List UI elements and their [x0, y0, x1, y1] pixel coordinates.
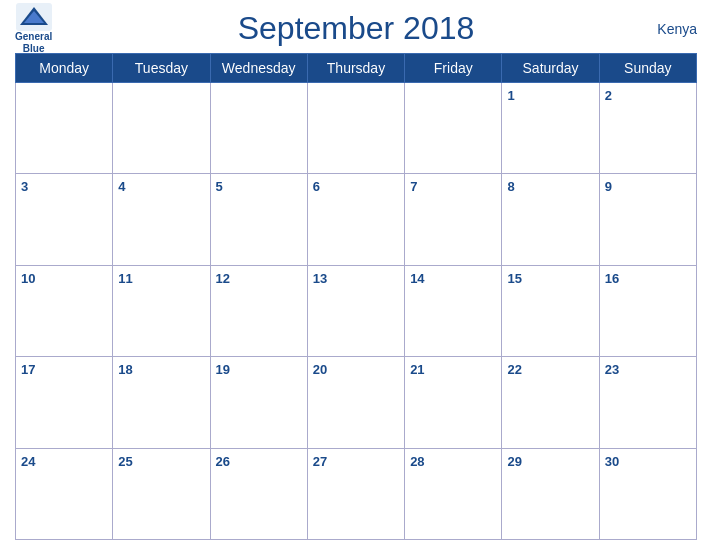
- calendar-cell: 14: [405, 265, 502, 356]
- calendar-cell: 13: [307, 265, 404, 356]
- country-label: Kenya: [657, 21, 697, 37]
- day-number: 1: [507, 88, 514, 103]
- calendar-cell: 8: [502, 174, 599, 265]
- day-number: 8: [507, 179, 514, 194]
- calendar-cell: 10: [16, 265, 113, 356]
- calendar-cell: 30: [599, 448, 696, 539]
- calendar-cell: 9: [599, 174, 696, 265]
- weekday-header: Monday: [16, 54, 113, 83]
- calendar-cell: 3: [16, 174, 113, 265]
- day-number: 18: [118, 362, 132, 377]
- weekday-header: Tuesday: [113, 54, 210, 83]
- day-number: 16: [605, 271, 619, 286]
- day-number: 14: [410, 271, 424, 286]
- calendar-table: MondayTuesdayWednesdayThursdayFridaySatu…: [15, 53, 697, 540]
- calendar-cell: 25: [113, 448, 210, 539]
- day-number: 24: [21, 454, 35, 469]
- calendar-cell: [113, 83, 210, 174]
- calendar-cell: [405, 83, 502, 174]
- calendar-cell: 16: [599, 265, 696, 356]
- calendar-cell: 7: [405, 174, 502, 265]
- weekday-header: Sunday: [599, 54, 696, 83]
- calendar-cell: 15: [502, 265, 599, 356]
- day-number: 4: [118, 179, 125, 194]
- day-number: 3: [21, 179, 28, 194]
- day-number: 9: [605, 179, 612, 194]
- calendar-cell: 6: [307, 174, 404, 265]
- calendar-cell: [210, 83, 307, 174]
- calendar-week-row: 17181920212223: [16, 357, 697, 448]
- day-number: 29: [507, 454, 521, 469]
- day-number: 25: [118, 454, 132, 469]
- day-number: 26: [216, 454, 230, 469]
- day-number: 13: [313, 271, 327, 286]
- calendar-cell: 28: [405, 448, 502, 539]
- day-number: 2: [605, 88, 612, 103]
- weekday-header: Wednesday: [210, 54, 307, 83]
- calendar-week-row: 12: [16, 83, 697, 174]
- calendar-cell: 20: [307, 357, 404, 448]
- day-number: 6: [313, 179, 320, 194]
- calendar-cell: 18: [113, 357, 210, 448]
- calendar-cell: 12: [210, 265, 307, 356]
- calendar-cell: 4: [113, 174, 210, 265]
- calendar-week-row: 3456789: [16, 174, 697, 265]
- weekday-header: Saturday: [502, 54, 599, 83]
- day-number: 20: [313, 362, 327, 377]
- calendar-cell: 11: [113, 265, 210, 356]
- calendar-header: General Blue September 2018 Kenya: [15, 10, 697, 47]
- weekday-header: Thursday: [307, 54, 404, 83]
- day-number: 22: [507, 362, 521, 377]
- weekday-header: Friday: [405, 54, 502, 83]
- day-number: 11: [118, 271, 132, 286]
- page-title: September 2018: [238, 10, 475, 47]
- day-number: 17: [21, 362, 35, 377]
- calendar-cell: 21: [405, 357, 502, 448]
- day-number: 27: [313, 454, 327, 469]
- calendar-cell: 5: [210, 174, 307, 265]
- day-number: 23: [605, 362, 619, 377]
- calendar-cell: 19: [210, 357, 307, 448]
- calendar-cell: 24: [16, 448, 113, 539]
- day-number: 21: [410, 362, 424, 377]
- calendar-cell: 27: [307, 448, 404, 539]
- logo: General Blue: [15, 3, 52, 55]
- day-number: 19: [216, 362, 230, 377]
- calendar-week-row: 24252627282930: [16, 448, 697, 539]
- day-number: 5: [216, 179, 223, 194]
- day-number: 28: [410, 454, 424, 469]
- calendar-cell: 23: [599, 357, 696, 448]
- day-number: 30: [605, 454, 619, 469]
- day-number: 10: [21, 271, 35, 286]
- logo-general: General: [15, 31, 52, 43]
- calendar-cell: 29: [502, 448, 599, 539]
- calendar-cell: 2: [599, 83, 696, 174]
- calendar-cell: [16, 83, 113, 174]
- logo-blue: Blue: [23, 43, 45, 55]
- day-number: 12: [216, 271, 230, 286]
- calendar-cell: 26: [210, 448, 307, 539]
- calendar-cell: 17: [16, 357, 113, 448]
- calendar-week-row: 10111213141516: [16, 265, 697, 356]
- day-number: 15: [507, 271, 521, 286]
- calendar-cell: 22: [502, 357, 599, 448]
- weekday-header-row: MondayTuesdayWednesdayThursdayFridaySatu…: [16, 54, 697, 83]
- calendar-cell: [307, 83, 404, 174]
- day-number: 7: [410, 179, 417, 194]
- calendar-cell: 1: [502, 83, 599, 174]
